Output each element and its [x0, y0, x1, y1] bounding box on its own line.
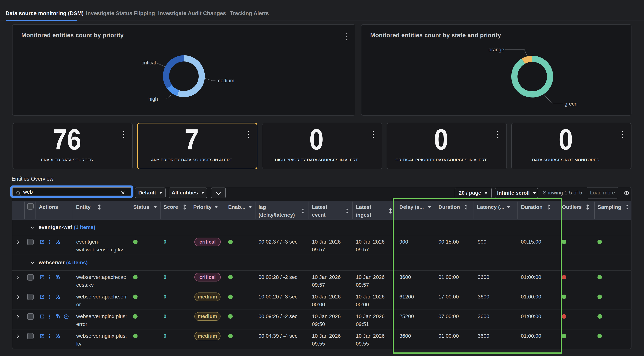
svg-text:critical: critical — [142, 60, 156, 65]
svg-text:green: green — [564, 101, 578, 107]
svg-text:medium: medium — [216, 78, 234, 83]
svg-text:high: high — [148, 96, 158, 102]
svg-text:orange: orange — [488, 47, 504, 52]
